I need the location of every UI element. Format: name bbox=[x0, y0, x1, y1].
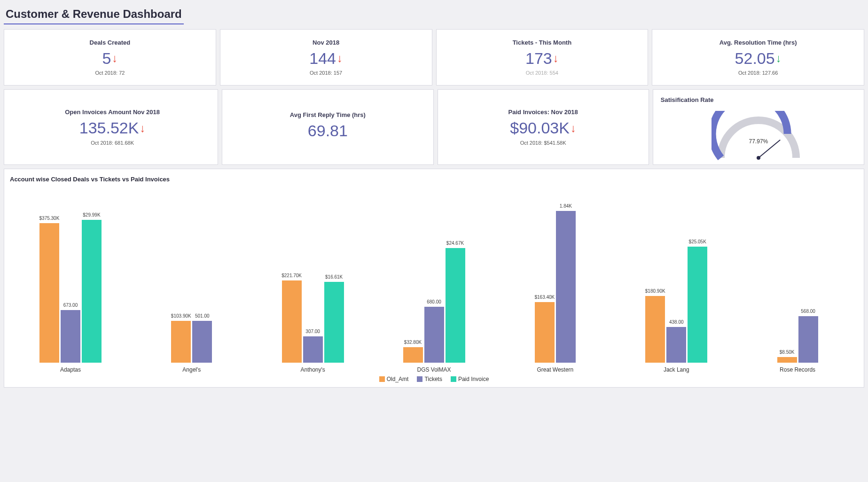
bar-paid-invoice[interactable]: $29.99K bbox=[82, 220, 102, 363]
category-label: Adaptas bbox=[60, 366, 81, 373]
bar-paid-invoice[interactable]: $16.61K bbox=[324, 282, 344, 363]
kpi-title: Open Invoices Amount Nov 2018 bbox=[65, 109, 160, 116]
legend-item-old-amt[interactable]: Old_Amt bbox=[379, 376, 409, 382]
arrow-down-icon: ↓ bbox=[140, 122, 145, 134]
bar-old_amt[interactable]: $163.40K bbox=[535, 302, 555, 363]
arrow-down-icon: ↓ bbox=[112, 52, 117, 64]
bar-old_amt[interactable]: $180.90K bbox=[645, 296, 665, 363]
kpi-title: Tickets - This Month bbox=[513, 39, 571, 46]
bar-label: 501.00 bbox=[195, 313, 210, 319]
kpi-avg-first-reply[interactable]: Avg First Reply Time (hrs) 69.81 bbox=[222, 89, 433, 165]
kpi-value: 144↓ bbox=[309, 50, 343, 67]
chart-group: $163.40K1.84KGreat Western bbox=[494, 198, 616, 373]
bar-label: $221.70K bbox=[282, 273, 302, 278]
kpi-subtext: Oct 2018: $541.58K bbox=[520, 140, 566, 146]
bar-label: $375.30K bbox=[39, 216, 60, 221]
kpi-value: 135.52K↓ bbox=[79, 119, 146, 137]
chart-group: $103.90K501.00Angel's bbox=[131, 198, 252, 373]
bar-label: $180.90K bbox=[645, 288, 665, 294]
kpi-row-2: Open Invoices Amount Nov 2018 135.52K↓ O… bbox=[4, 89, 864, 165]
kpi-title: Deals Created bbox=[90, 39, 131, 46]
chart-group: $32.80K680.00$24.67KDGS VolMAX bbox=[374, 198, 495, 373]
kpi-value: 173↓ bbox=[525, 50, 559, 67]
bar-label: $29.99K bbox=[83, 212, 100, 218]
bar-chart[interactable]: $375.30K673.00$29.99KAdaptas$103.90K501.… bbox=[10, 187, 858, 373]
arrow-down-icon: ↓ bbox=[553, 52, 559, 64]
bar-label: 307.00 bbox=[305, 329, 320, 334]
kpi-value: $90.03K↓ bbox=[510, 119, 576, 137]
chart-group: $375.30K673.00$29.99KAdaptas bbox=[10, 198, 131, 373]
kpi-subtext: Oct 2018: 681.68K bbox=[91, 140, 134, 146]
bar-paid-invoice[interactable]: $25.05K bbox=[688, 247, 707, 363]
bar-tickets[interactable]: 307.00 bbox=[303, 336, 323, 363]
bar-old_amt[interactable]: $8.50K bbox=[777, 357, 797, 363]
kpi-title: Satisification Rate bbox=[659, 96, 714, 103]
bar-label: $32.80K bbox=[404, 340, 422, 345]
chart-legend: Old_Amt Tickets Paid Invoice bbox=[10, 376, 858, 382]
swatch-icon bbox=[451, 376, 456, 382]
bar-old_amt[interactable]: $221.70K bbox=[282, 280, 302, 363]
legend-item-tickets[interactable]: Tickets bbox=[417, 376, 442, 382]
bar-label: 673.00 bbox=[63, 303, 78, 308]
category-label: Anthony's bbox=[300, 366, 325, 373]
kpi-subtext: Oct 2018: 127.66 bbox=[738, 70, 778, 76]
kpi-subtext: Oct 2018: 157 bbox=[310, 70, 342, 76]
chart-title: Account wise Closed Deals vs Tickets vs … bbox=[10, 176, 858, 183]
category-label: Jack Lang bbox=[664, 366, 689, 373]
bar-tickets[interactable]: 501.00 bbox=[192, 321, 212, 363]
bar-paid-invoice[interactable]: $24.67K bbox=[446, 248, 465, 363]
kpi-value: 5↓ bbox=[102, 50, 117, 67]
category-label: DGS VolMAX bbox=[417, 366, 451, 373]
chart-group: $180.90K438.00$25.05KJack Lang bbox=[616, 198, 737, 373]
bar-tickets[interactable]: 568.00 bbox=[798, 316, 818, 363]
kpi-deals-created[interactable]: Deals Created 5↓ Oct 2018: 72 bbox=[4, 29, 216, 86]
legend-item-paid-invoice[interactable]: Paid Invoice bbox=[451, 376, 489, 382]
arrow-down-icon: ↓ bbox=[776, 52, 782, 64]
kpi-open-invoices[interactable]: Open Invoices Amount Nov 2018 135.52K↓ O… bbox=[4, 89, 218, 165]
category-label: Great Western bbox=[537, 366, 573, 373]
kpi-subtext: Oct 2018: 554 bbox=[526, 70, 558, 76]
kpi-paid-invoices[interactable]: Paid Invoices: Nov 2018 $90.03K↓ Oct 201… bbox=[438, 89, 649, 165]
swatch-icon bbox=[417, 376, 422, 382]
kpi-value: 52.05↓ bbox=[735, 50, 782, 67]
bar-old_amt[interactable]: $32.80K bbox=[403, 347, 423, 363]
svg-point-1 bbox=[757, 156, 760, 160]
bar-label: $16.61K bbox=[325, 274, 343, 280]
gauge-chart: 77.97% bbox=[712, 111, 805, 158]
dashboard-title: Customer & Revenue Dashboard bbox=[4, 4, 184, 24]
kpi-title: Paid Invoices: Nov 2018 bbox=[508, 109, 578, 116]
kpi-tickets-this-month[interactable]: Tickets - This Month 173↓ Oct 2018: 554 bbox=[436, 29, 649, 86]
kpi-title: Avg First Reply Time (hrs) bbox=[290, 111, 366, 118]
bar-label: $163.40K bbox=[534, 295, 555, 300]
bar-label: 568.00 bbox=[801, 309, 815, 314]
chart-group: $221.70K307.00$16.61KAnthony's bbox=[252, 198, 374, 373]
bar-label: $8.50K bbox=[780, 350, 795, 355]
kpi-avg-resolution-time[interactable]: Avg. Resolution Time (hrs) 52.05↓ Oct 20… bbox=[652, 29, 864, 86]
kpi-subtext: Oct 2018: 72 bbox=[95, 70, 125, 76]
bar-tickets[interactable]: 680.00 bbox=[424, 307, 444, 363]
kpi-value: 69.81 bbox=[308, 122, 348, 140]
bar-label: $24.67K bbox=[446, 241, 464, 246]
arrow-down-icon: ↓ bbox=[571, 122, 576, 134]
bar-label: 1.84K bbox=[560, 203, 572, 209]
gauge-label: 77.97% bbox=[749, 138, 768, 145]
category-label: Angel's bbox=[182, 366, 201, 373]
kpi-nov-2018[interactable]: Nov 2018 144↓ Oct 2018: 157 bbox=[220, 29, 432, 86]
bar-label: 680.00 bbox=[427, 299, 441, 304]
kpi-satisfaction-rate[interactable]: Satisification Rate 77.97% bbox=[653, 89, 864, 165]
bar-label: $103.90K bbox=[171, 313, 191, 319]
bar-label: 438.00 bbox=[669, 319, 684, 325]
kpi-title: Avg. Resolution Time (hrs) bbox=[719, 39, 797, 46]
bar-tickets[interactable]: 673.00 bbox=[61, 310, 80, 363]
bar-label: $25.05K bbox=[689, 239, 706, 244]
chart-group: $8.50K568.00Rose Records bbox=[737, 198, 858, 373]
swatch-icon bbox=[379, 376, 385, 382]
bar-tickets[interactable]: 1.84K bbox=[556, 211, 576, 363]
bar-old_amt[interactable]: $375.30K bbox=[39, 223, 59, 363]
chart-panel: Account wise Closed Deals vs Tickets vs … bbox=[4, 169, 864, 388]
bar-old_amt[interactable]: $103.90K bbox=[171, 321, 191, 363]
kpi-row-1: Deals Created 5↓ Oct 2018: 72 Nov 2018 1… bbox=[4, 29, 864, 86]
category-label: Rose Records bbox=[780, 366, 815, 373]
kpi-title: Nov 2018 bbox=[313, 39, 339, 46]
bar-tickets[interactable]: 438.00 bbox=[666, 327, 686, 363]
